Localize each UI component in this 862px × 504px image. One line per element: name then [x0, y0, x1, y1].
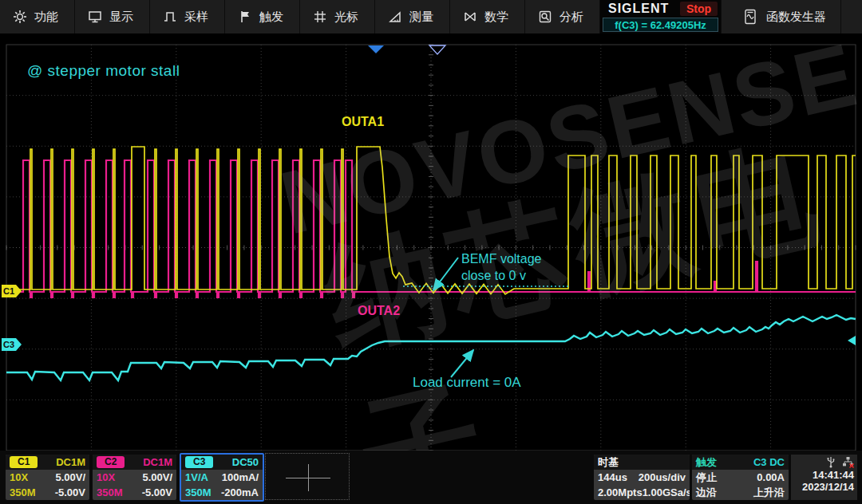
- menu-label: 功能: [34, 10, 58, 25]
- frequency-readout: f(C3) = 62.49205Hz: [603, 18, 718, 32]
- c3-badge[interactable]: C3: [185, 456, 213, 468]
- measure-icon: [388, 10, 402, 24]
- funcgen-icon: [744, 9, 757, 25]
- c3-probe: 1V/A: [185, 471, 208, 483]
- c1-bandwidth: 350M: [10, 486, 36, 498]
- c2-badge[interactable]: C2: [97, 456, 125, 468]
- navigator-thumbnail[interactable]: [265, 453, 350, 500]
- menu-item-cursors[interactable]: 光标: [300, 0, 375, 33]
- timebase-scale: 200us/div: [639, 471, 686, 483]
- bottom-status-bar: C1 DC1M 10X5.00V/ 350M-5.00V C2 DC1M 10X…: [0, 451, 862, 504]
- menu-item-measure[interactable]: 测量: [375, 0, 450, 33]
- top-menu-bar: 功能 显示 采样 触发 光标 测量 数学 分析: [0, 0, 862, 35]
- display-icon: [88, 10, 102, 24]
- waveform-display: C1C3 NOVOSENSE 纳芯微电子 @ stepper motor sta…: [0, 35, 862, 451]
- c3-coupling: DC50: [232, 456, 259, 468]
- usb-icon: [826, 456, 836, 468]
- menu-item-display[interactable]: 显示: [75, 0, 150, 33]
- c2-scale: 5.00V/: [142, 471, 172, 483]
- trigger-slope: 上升沿: [753, 486, 785, 500]
- c3-bandwidth: 350M: [185, 486, 212, 498]
- c1-scale: 5.00V/: [55, 471, 85, 483]
- clock-date: 2023/12/14: [794, 481, 854, 493]
- c1-badge[interactable]: C1: [10, 456, 38, 468]
- menu-item-acquire[interactable]: 采样: [150, 0, 225, 33]
- svg-text:C3: C3: [3, 340, 14, 349]
- menu-label: 采样: [184, 10, 208, 25]
- channel-box-c2[interactable]: C2 DC1M 10X5.00V/ 350M-5.00V: [93, 455, 176, 500]
- analysis-icon: [538, 10, 552, 24]
- timebase-memory: 2.00Mpts: [598, 486, 643, 498]
- trigger-source: C3 DC: [753, 456, 785, 468]
- clock-time: 14:41:44: [794, 469, 854, 481]
- channel-box-c3[interactable]: C3 DC50 1V/A100mA/ 350M-200mA: [180, 453, 264, 502]
- trigger-title: 触发: [696, 455, 717, 470]
- c2-offset: -5.00V: [142, 486, 172, 498]
- menu-item-utility[interactable]: 功能: [0, 0, 75, 33]
- svg-text:C1: C1: [3, 286, 14, 296]
- c3-scale: 100mA/: [222, 471, 259, 483]
- c2-coupling: DC1M: [143, 456, 172, 468]
- oscilloscope-app: 功能 显示 采样 触发 光标 测量 数学 分析: [0, 0, 862, 504]
- math-icon: [463, 10, 477, 24]
- gear-icon: [13, 10, 27, 24]
- menu-item-math[interactable]: 数学: [450, 0, 525, 33]
- timebase-box[interactable]: 时基 144us200us/div 2.00Mpts1.00GSa/s: [594, 455, 690, 500]
- timebase-samplerate: 1.00GSa/s: [643, 486, 690, 498]
- c1-offset: -5.00V: [55, 486, 85, 498]
- funcgen-label: 函数发生器: [766, 10, 826, 25]
- menu-label: 显示: [109, 10, 133, 25]
- menu-label: 测量: [409, 10, 433, 25]
- brand-status-block: SIGLENT Stop f(C3) = 62.49205Hz: [600, 0, 722, 33]
- waveform-canvas: C1C3: [0, 35, 862, 451]
- trigger-flag-icon: [238, 10, 252, 24]
- c1-probe: 10X: [10, 471, 28, 483]
- function-generator-button[interactable]: 函数发生器: [730, 0, 841, 33]
- c3-offset: -200mA: [221, 486, 259, 498]
- navigator-crosshair: [308, 464, 309, 491]
- trigger-level: 0.00A: [757, 471, 785, 483]
- trigger-type: 边沿: [696, 486, 717, 500]
- timebase-delay: 144us: [598, 471, 627, 483]
- timebase-title: 时基: [598, 455, 619, 470]
- run-state-badge[interactable]: Stop: [680, 2, 718, 16]
- menu-item-trigger[interactable]: 触发: [225, 0, 300, 33]
- menu-label: 分析: [560, 10, 583, 25]
- cursor-icon: [313, 10, 327, 24]
- menu-label: 触发: [259, 10, 283, 25]
- trigger-mode: 停止: [696, 471, 717, 485]
- menu-label: 数学: [484, 10, 508, 25]
- channel-box-c1[interactable]: C1 DC1M 10X5.00V/ 350M-5.00V: [6, 455, 89, 500]
- c2-bandwidth: 350M: [97, 486, 123, 498]
- lan-disconnected-icon: [842, 456, 854, 468]
- acquire-icon: [163, 10, 177, 24]
- brand-logo: SIGLENT: [600, 2, 680, 16]
- clock-box: 14:41:44 2023/12/14: [791, 455, 857, 500]
- c2-probe: 10X: [97, 471, 115, 483]
- menu-label: 光标: [334, 10, 358, 25]
- menu-item-analysis[interactable]: 分析: [525, 0, 600, 33]
- c1-coupling: DC1M: [56, 456, 85, 468]
- trigger-box[interactable]: 触发C3 DC 停止0.00A 边沿上升沿: [692, 455, 789, 500]
